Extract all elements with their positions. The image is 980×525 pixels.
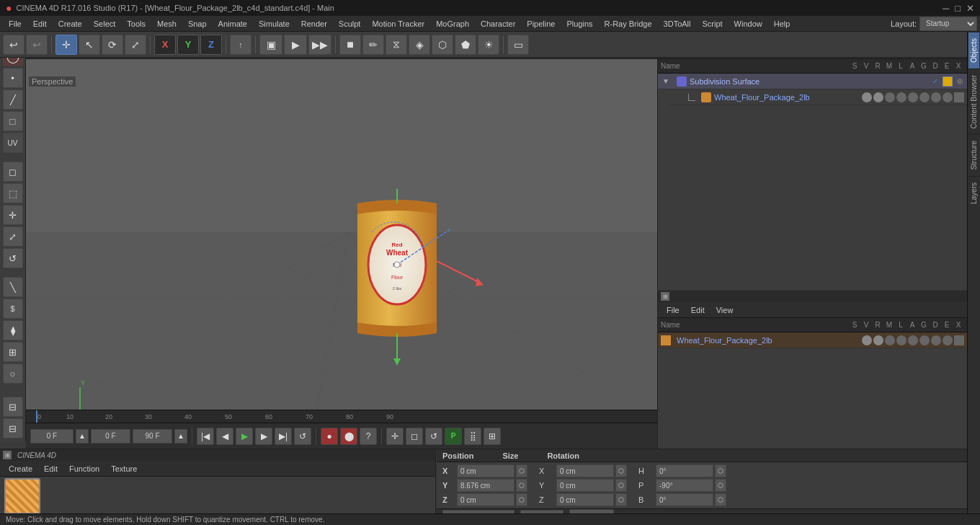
lt-rotate[interactable]: ↺ [3,248,23,268]
array-button[interactable]: ⬡ [432,35,453,55]
menu-motion-tracker[interactable]: Motion Tracker [366,18,430,30]
coord-h-rot-stepper[interactable]: ⬡ [715,464,726,477]
titlebar-controls[interactable]: ─ □ ✕ [943,3,974,14]
step-fwd-btn[interactable]: ▶ [255,428,272,445]
layout-dropdown[interactable]: Startup [919,17,977,31]
coord-y-pos-stepper[interactable]: ⬡ [516,479,527,492]
start-frame-input[interactable] [91,429,130,444]
lt-point-mode[interactable]: • [3,68,23,88]
menu-animate[interactable]: Animate [213,18,253,30]
ctrl-s[interactable] [862,92,872,102]
attr-ctrl-t4[interactable] [919,335,930,345]
key-help-btn[interactable]: ? [360,428,377,445]
key-select-btn[interactable]: ◻ [406,428,423,445]
coord-z-size-stepper[interactable]: ⬡ [615,493,627,506]
ctrl-tag6[interactable] [943,92,953,102]
ctrl-tag1[interactable] [885,92,895,102]
attr-menu-view[interactable]: View [710,304,739,316]
close-icon[interactable]: ✕ [966,3,974,14]
coord-p-rot-stepper[interactable]: ⬡ [715,479,726,492]
menu-help[interactable]: Help [768,18,796,30]
menu-vray[interactable]: R-Ray Bridge [599,18,658,30]
key-rotate-btn[interactable]: ↺ [425,428,442,445]
lt-live-select[interactable]: ◻ [3,162,23,182]
lt-magnet[interactable]: $ [3,299,23,319]
coord-y-size-input[interactable] [556,479,614,492]
tab-content-browser[interactable]: Content Browser [968,69,979,134]
render-region-button[interactable]: ▣ [259,35,282,55]
mat-menu-function[interactable]: Function [63,463,105,475]
attr-ctrl-t3[interactable] [908,335,918,345]
axis-z-button[interactable]: Z [200,35,222,55]
key-snap-btn[interactable]: ⊞ [484,428,501,445]
record-btn[interactable]: ● [321,428,338,445]
lt-poly-mode[interactable]: □ [3,111,23,131]
lt-align[interactable]: ⊞ [3,342,23,362]
end-frame-input[interactable] [133,429,172,444]
lt-bridge[interactable]: ⧫ [3,320,23,340]
rotate-tool-button[interactable]: ⟳ [102,35,123,55]
menu-file[interactable]: File [3,18,27,30]
mat-menu-create[interactable]: Create [3,463,38,475]
mat-menu-edit[interactable]: Edit [38,463,63,475]
cube-button[interactable]: ■ [339,35,361,55]
lt-layers-bottom2[interactable]: ⊟ [3,418,23,438]
timeline-ruler[interactable]: 0 10 20 30 40 50 60 70 80 90 [26,410,636,423]
undo-button[interactable]: ↩ [3,35,24,55]
axis-y-button[interactable]: Y [177,35,199,55]
menu-pipeline[interactable]: Pipeline [521,18,561,30]
floor-button[interactable]: ▭ [507,35,529,55]
light-button[interactable]: ☀ [478,35,499,55]
menu-window[interactable]: Window [729,18,768,30]
menu-script[interactable]: Script [696,18,728,30]
attr-ctrl-t2[interactable] [896,335,906,345]
lt-knife[interactable]: ╲ [3,277,23,297]
menu-mograph[interactable]: MoGraph [430,18,475,30]
menu-3dtoall[interactable]: 3DToAll [658,18,697,30]
obj-item-flour-package[interactable]: Wheat_Flour_Package_2lb [669,89,967,105]
menu-sculpt[interactable]: Sculpt [333,18,367,30]
coord-x-pos-stepper[interactable]: ⬡ [516,464,527,477]
coord-x-pos-input[interactable] [457,464,514,477]
loop-btn[interactable]: ↺ [294,428,311,445]
menu-edit[interactable]: Edit [27,18,53,30]
redo-button[interactable]: ↩ [26,35,48,55]
lt-uv-mode[interactable]: UV [3,133,23,153]
render-all-button[interactable]: ▶▶ [308,35,331,55]
auto-key-btn[interactable]: ⬤ [340,428,357,445]
go-start-btn[interactable]: |◀ [197,428,214,445]
ctrl-tag2[interactable] [896,92,906,102]
tab-layers[interactable]: Layers [968,176,979,210]
menu-simulate[interactable]: Simulate [253,18,295,30]
generator-button[interactable]: ◈ [409,35,430,55]
obj-expand-icon[interactable]: ▼ [661,76,671,87]
coord-z-size-input[interactable] [556,493,614,506]
frame-up-btn[interactable]: ▲ [76,429,89,444]
menu-mesh[interactable]: Mesh [151,18,182,30]
minimize-icon[interactable]: ─ [943,3,949,14]
coord-z-pos-input[interactable] [457,493,514,506]
ctrl-end[interactable] [954,92,964,102]
move-tool-button[interactable]: ✛ [55,35,77,55]
lt-scale[interactable]: ⤢ [3,226,23,247]
coord-z-pos-stepper[interactable]: ⬡ [516,493,527,506]
tab-structure[interactable]: Structure [968,134,979,176]
select-tool-button[interactable]: ↖ [79,35,100,55]
obj-item-subdivision[interactable]: ▼ Subdivision Surface ✓ [658,74,967,89]
key-pos-btn[interactable]: P [445,428,462,445]
menu-snap[interactable]: Snap [182,18,213,30]
motion-path-btn[interactable]: ✛ [386,428,404,445]
lt-edge-mode[interactable]: ╱ [3,89,23,110]
world-coord-button[interactable]: ↑ [230,35,251,55]
mat-menu-texture[interactable]: Texture [105,463,143,475]
attr-ctrl-t5[interactable] [931,335,941,345]
lt-paint[interactable]: ○ [3,363,23,384]
camera-button[interactable]: ⬟ [455,35,476,55]
attr-ctrl-t6[interactable] [943,335,953,345]
ctrl-tag3[interactable] [908,92,918,102]
attr-item-flour[interactable]: Wheat_Flour_Package_2lb [658,332,967,348]
coord-b-rot-stepper[interactable]: ⬡ [715,493,726,506]
coord-h-rot-input[interactable] [656,464,713,477]
menu-character[interactable]: Character [475,18,521,30]
render-active-button[interactable]: ▶ [284,35,307,55]
